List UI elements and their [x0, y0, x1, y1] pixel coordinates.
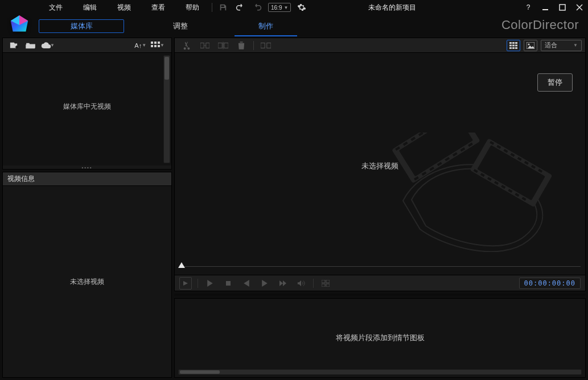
- menu-video[interactable]: 视频: [107, 0, 141, 15]
- chevron-down-icon: ▼: [573, 43, 578, 48]
- scrub-thumb-icon[interactable]: [178, 262, 185, 268]
- svg-rect-64: [226, 281, 231, 286]
- video-info-panel: 视频信息 未选择视频: [2, 172, 172, 378]
- svg-rect-17: [509, 42, 512, 44]
- close-button[interactable]: [571, 0, 588, 15]
- svg-rect-20: [509, 44, 512, 46]
- svg-rect-13: [218, 43, 222, 48]
- main-tabs-row: 媒体库 调整 制作 ColorDirector: [0, 15, 588, 35]
- cloud-icon[interactable]: ▼: [40, 39, 55, 52]
- menu-view[interactable]: 查看: [141, 0, 175, 15]
- select-all-icon[interactable]: [196, 39, 213, 52]
- view-grid-icon[interactable]: [151, 42, 160, 49]
- media-toolbar: ▼ A↑ ▼ ▼: [3, 38, 171, 53]
- video-info-empty-label: 未选择视频: [70, 277, 104, 287]
- svg-rect-16: [267, 43, 271, 48]
- svg-rect-65: [322, 280, 325, 283]
- save-icon[interactable]: [215, 0, 232, 15]
- sort-button[interactable]: A↑: [134, 42, 142, 49]
- svg-rect-68: [326, 284, 330, 287]
- media-empty-label: 媒体库中无视频: [63, 102, 111, 117]
- scrollbar-vertical[interactable]: [163, 55, 170, 163]
- menubar: 文件 编辑 视频 查看 帮助 16:9 ▼ 未命名的新项目 ?: [0, 0, 588, 15]
- storyboard-panel: 将视频片段添加到情节图板: [174, 298, 586, 378]
- workspace: ▼ A↑ ▼ ▼ 媒体库中无视频 •••• 视频信息: [0, 35, 588, 380]
- chevron-down-icon: ▼: [160, 43, 165, 48]
- svg-rect-11: [200, 43, 204, 48]
- play-range-icon[interactable]: [179, 277, 192, 290]
- chevron-down-icon: ▼: [50, 43, 55, 48]
- split-icon[interactable]: [215, 39, 232, 52]
- volume-icon[interactable]: [295, 277, 307, 290]
- svg-rect-25: [515, 47, 517, 49]
- chevron-down-icon: ▼: [142, 43, 146, 48]
- panel-resize-handle[interactable]: ••••: [3, 166, 171, 169]
- menu-help[interactable]: 帮助: [175, 0, 209, 15]
- play-icon[interactable]: [204, 277, 216, 290]
- next-frame-icon[interactable]: [258, 277, 271, 290]
- brand-label: ColorDirector: [501, 18, 579, 32]
- tab-adjust[interactable]: 调整: [138, 19, 223, 33]
- fast-forward-icon[interactable]: [277, 277, 289, 290]
- redo-icon[interactable]: [249, 0, 266, 15]
- video-info-body: 未选择视频: [3, 186, 171, 377]
- chevron-down-icon: ▼: [283, 5, 288, 10]
- svg-rect-8: [151, 45, 153, 47]
- tab-produce[interactable]: 制作: [223, 19, 309, 33]
- svg-rect-9: [154, 45, 157, 47]
- svg-rect-21: [512, 44, 515, 46]
- snapshot-icon[interactable]: [319, 277, 332, 290]
- svg-rect-66: [326, 280, 330, 283]
- maximize-button[interactable]: [554, 0, 571, 15]
- svg-rect-22: [515, 44, 517, 46]
- svg-rect-67: [322, 284, 325, 287]
- pause-button[interactable]: 暂停: [537, 73, 573, 92]
- preview-viewport: 暂停 未选择视频: [175, 53, 585, 275]
- menu-separator: [212, 3, 212, 12]
- undo-icon[interactable]: [232, 0, 249, 15]
- storyboard-body[interactable]: 将视频片段添加到情节图板: [175, 299, 585, 377]
- svg-rect-18: [512, 42, 515, 44]
- stop-icon[interactable]: [222, 277, 235, 290]
- preview-toolbar: 适合 ▼: [175, 38, 585, 53]
- svg-rect-14: [224, 43, 228, 48]
- media-library-panel: ▼ A↑ ▼ ▼ 媒体库中无视频 ••••: [2, 38, 172, 170]
- marker-icon[interactable]: [257, 39, 274, 52]
- svg-rect-23: [509, 47, 512, 49]
- menu-file[interactable]: 文件: [39, 0, 73, 15]
- svg-rect-12: [206, 43, 209, 48]
- minimize-button[interactable]: [537, 0, 554, 15]
- settings-icon[interactable]: [293, 0, 310, 15]
- view-thumbnails-icon[interactable]: [507, 40, 520, 51]
- media-library-body: 媒体库中无视频: [3, 53, 171, 166]
- scrub-bar[interactable]: [179, 262, 581, 270]
- aspect-ratio-select[interactable]: 16:9 ▼: [268, 3, 291, 12]
- delete-icon[interactable]: [233, 39, 250, 52]
- separator: [198, 279, 198, 288]
- zoom-fit-select[interactable]: 适合 ▼: [541, 40, 582, 51]
- help-button[interactable]: ?: [520, 0, 537, 15]
- right-column: 适合 ▼ 暂停 未选择视频: [174, 38, 586, 378]
- scrollbar-horizontal[interactable]: [178, 369, 582, 375]
- menu-edit[interactable]: 编辑: [73, 0, 107, 15]
- cut-icon[interactable]: [178, 39, 195, 52]
- import-file-icon[interactable]: [6, 39, 21, 52]
- aspect-ratio-label: 16:9: [271, 5, 282, 11]
- scrub-track: [179, 266, 581, 267]
- tab-library[interactable]: 媒体库: [39, 19, 124, 33]
- view-image-icon[interactable]: [524, 40, 537, 51]
- zoom-fit-label: 适合: [545, 41, 557, 49]
- panel-resize-handle[interactable]: [174, 294, 586, 296]
- import-folder-icon[interactable]: [23, 39, 38, 52]
- timecode-display[interactable]: 00:00:00:00: [519, 278, 581, 289]
- svg-rect-15: [261, 43, 265, 48]
- transport-bar: 00:00:00:00: [175, 275, 585, 291]
- toolbar-separator: [253, 41, 254, 50]
- svg-rect-19: [515, 42, 517, 44]
- prev-frame-icon[interactable]: [240, 277, 253, 290]
- video-info-header: 视频信息: [3, 172, 171, 186]
- filmstrip-graphic: [386, 133, 568, 252]
- app-logo: [0, 15, 39, 35]
- preview-panel: 适合 ▼ 暂停 未选择视频: [174, 38, 586, 291]
- separator: [313, 279, 314, 288]
